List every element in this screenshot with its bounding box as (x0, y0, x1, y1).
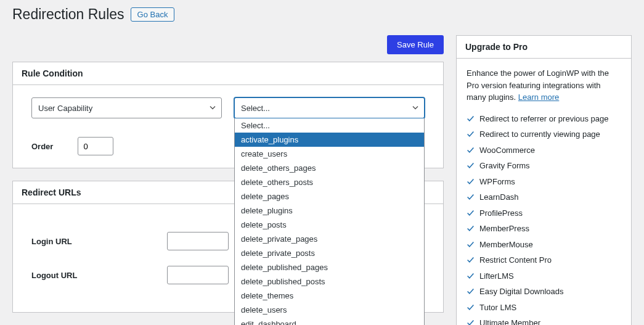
order-input[interactable] (78, 137, 113, 155)
dropdown-item[interactable]: edit_dashboard (235, 317, 424, 325)
check-icon (467, 162, 475, 170)
dropdown-item[interactable]: create_users (235, 147, 424, 161)
feature-item: MemberPress (467, 221, 621, 237)
feature-label: LearnDash (479, 191, 519, 204)
login-url-label: Login URL (31, 237, 167, 246)
check-icon (467, 115, 475, 123)
dropdown-item[interactable]: delete_plugins (235, 204, 424, 218)
feature-item: ProfilePress (467, 205, 621, 221)
feature-label: MemberMouse (479, 239, 533, 251)
dropdown-item[interactable]: delete_published_pages (235, 260, 424, 274)
feature-item: Tutor LMS (467, 300, 621, 316)
check-icon (467, 303, 475, 311)
dropdown-item[interactable]: delete_posts (235, 218, 424, 232)
check-icon (467, 146, 475, 154)
feature-item: Ultimate Member (467, 315, 621, 325)
chevron-down-icon (210, 104, 216, 113)
feature-label: Tutor LMS (479, 302, 516, 314)
feature-label: WPForms (479, 176, 515, 188)
logout-url-label: Logout URL (31, 271, 167, 280)
save-rule-button[interactable]: Save Rule (387, 35, 444, 54)
feature-item: Redirect to currently viewing page (467, 126, 621, 142)
feature-item: Easy Digital Downloads (467, 284, 621, 300)
check-icon (467, 256, 475, 264)
dropdown-item[interactable]: delete_private_posts (235, 246, 424, 260)
feature-label: Redirect to referrer or previous page (479, 113, 609, 125)
logout-url-input[interactable] (167, 266, 229, 284)
feature-label: Gravity Forms (479, 160, 530, 172)
page-title: Redirection Rules (12, 6, 124, 23)
capability-select[interactable]: Select... (234, 97, 425, 118)
learn-more-link[interactable]: Learn more (518, 93, 559, 102)
check-icon (467, 319, 475, 325)
order-label: Order (31, 142, 53, 151)
check-icon (467, 209, 475, 217)
rule-condition-title: Rule Condition (13, 62, 443, 85)
dropdown-item[interactable]: delete_pages (235, 189, 424, 204)
dropdown-placeholder-item[interactable]: Select... (235, 118, 424, 133)
dropdown-item[interactable]: delete_users (235, 303, 424, 317)
dropdown-item[interactable]: delete_private_pages (235, 232, 424, 246)
feature-label: Redirect to currently viewing page (479, 128, 600, 141)
check-icon (467, 193, 475, 201)
login-url-input[interactable] (167, 232, 229, 250)
feature-item: Restrict Content Pro (467, 252, 621, 268)
rule-condition-box: Rule Condition User Capability Select (12, 62, 444, 168)
capability-dropdown[interactable]: Select... activate_plugins create_usersd… (234, 118, 425, 325)
capability-placeholder: Select... (241, 104, 270, 113)
check-icon (467, 130, 475, 138)
check-icon (467, 287, 475, 295)
dropdown-item[interactable]: delete_published_posts (235, 274, 424, 289)
feature-label: WooCommerce (479, 144, 535, 157)
dropdown-item[interactable]: delete_others_posts (235, 175, 424, 189)
feature-label: ProfilePress (479, 207, 523, 220)
feature-item: MemberMouse (467, 237, 621, 253)
go-back-button[interactable]: Go Back (131, 7, 175, 22)
feature-item: WPForms (467, 174, 621, 190)
dropdown-item-highlight[interactable]: activate_plugins (235, 133, 424, 147)
feature-item: LifterLMS (467, 268, 621, 284)
upgrade-box: Upgrade to Pro Enhance the power of Logi… (456, 35, 632, 325)
feature-item: Redirect to referrer or previous page (467, 111, 621, 127)
upgrade-title: Upgrade to Pro (457, 36, 631, 59)
check-icon (467, 178, 475, 186)
check-icon (467, 224, 475, 232)
feature-label: Ultimate Member (479, 317, 540, 325)
condition-type-value: User Capability (38, 104, 92, 113)
upgrade-desc: Enhance the power of LoginWP with the Pr… (467, 67, 621, 104)
check-icon (467, 241, 475, 249)
feature-label: Easy Digital Downloads (479, 286, 564, 298)
feature-item: WooCommerce (467, 142, 621, 158)
feature-label: MemberPress (479, 223, 529, 235)
feature-label: LifterLMS (479, 270, 514, 282)
feature-list: Redirect to referrer or previous pageRed… (467, 111, 621, 326)
dropdown-item[interactable]: delete_others_pages (235, 161, 424, 175)
condition-type-select[interactable]: User Capability (31, 97, 222, 118)
feature-label: Restrict Content Pro (479, 254, 552, 266)
feature-item: LearnDash (467, 189, 621, 205)
chevron-down-icon (412, 104, 418, 113)
feature-item: Gravity Forms (467, 158, 621, 174)
dropdown-item[interactable]: delete_themes (235, 289, 424, 303)
check-icon (467, 272, 475, 280)
